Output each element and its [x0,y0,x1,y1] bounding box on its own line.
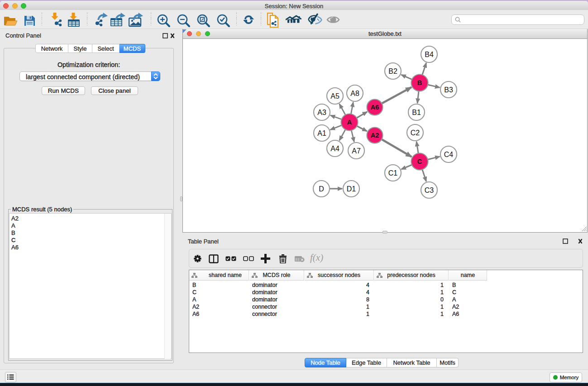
svg-text:A8: A8 [350,90,359,97]
svg-text:B4: B4 [425,51,434,58]
svg-text:A3: A3 [317,109,326,116]
svg-text:C4: C4 [444,151,454,158]
svg-text:C2: C2 [411,129,420,137]
svg-text:A1: A1 [317,129,326,137]
svg-text:A: A [347,119,352,126]
svg-text:A4: A4 [330,145,339,152]
svg-text:C1: C1 [388,169,398,177]
svg-text:A7: A7 [352,147,361,155]
svg-text:A2: A2 [371,132,379,139]
svg-text:D1: D1 [347,185,356,193]
svg-text:C3: C3 [425,186,434,194]
svg-text:B2: B2 [388,67,397,75]
svg-text:B1: B1 [412,109,421,116]
svg-text:C: C [417,158,422,165]
svg-text:B: B [417,79,422,86]
svg-text:A5: A5 [330,92,339,100]
svg-text:B3: B3 [444,86,453,94]
svg-text:A6: A6 [371,104,379,111]
svg-text:D: D [319,185,324,193]
